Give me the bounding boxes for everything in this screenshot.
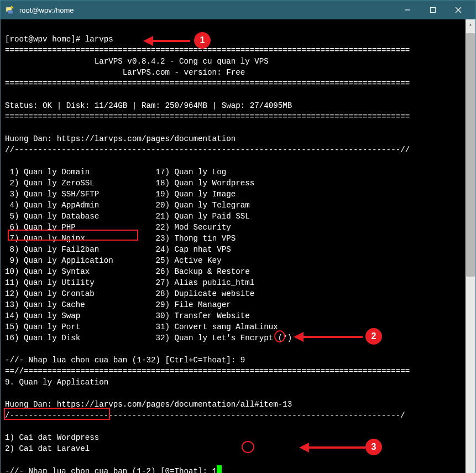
- minimize-button[interactable]: [395, 1, 420, 19]
- annotation-badge-2: 2: [365, 328, 382, 345]
- divider: ==//====================================…: [5, 367, 410, 376]
- menu-item: 4) Quan ly AppAdmin: [5, 201, 99, 210]
- menu-item: 25) Active Key: [155, 256, 221, 265]
- divider: //--------------------------------------…: [5, 145, 410, 154]
- scrollbar[interactable]: ▴ ▾: [465, 19, 475, 473]
- terminal[interactable]: [root@wpv home]# larvps ================…: [1, 19, 465, 473]
- menu-item: 10) Quan ly Syntax: [5, 267, 90, 276]
- window-title: root@wpv:/home: [19, 6, 395, 14]
- svg-rect-4: [431, 8, 436, 13]
- menu-item: 8) Quan ly Fail2ban: [5, 245, 99, 254]
- menu-item: 13) Quan ly Cache: [5, 300, 85, 309]
- divider: ========================================…: [5, 46, 410, 55]
- menu-item: 12) Quan ly Crontab: [5, 289, 95, 298]
- command-text: larvps: [85, 35, 113, 44]
- divider: ========================================…: [5, 79, 410, 88]
- menu-item: 2) Quan ly ZeroSSL: [5, 179, 95, 188]
- input-2: 1: [212, 467, 217, 473]
- header-line1: LarVPS v0.8.4.2 - Cong cu quan ly VPS: [95, 57, 269, 66]
- section-title: 9. Quan ly Application: [5, 378, 108, 387]
- menu-item: 16) Quan ly Disk: [5, 334, 80, 342]
- terminal-cursor: [217, 465, 222, 473]
- maximize-button[interactable]: [420, 1, 446, 19]
- menu-item: 28) Duplicate website: [155, 289, 254, 298]
- guide2-label: Huong Dan:: [5, 400, 57, 409]
- header-line2: LarVPS.com - version: Free: [123, 68, 245, 77]
- guide-label: Huong Dan:: [5, 134, 57, 143]
- menu-item: 32) Quan ly Let's Encrypt (*): [155, 334, 292, 342]
- menu-item: 30) Transfer Website: [155, 311, 249, 320]
- menu-item: 24) Cap nhat VPS: [155, 245, 231, 254]
- menu-item: 19) Quan ly Image: [155, 190, 236, 199]
- menu-item: 22) Mod Security: [155, 223, 231, 232]
- annotation-badge-3: 3: [365, 439, 382, 455]
- menu-item: 11) Quan ly Utility: [5, 278, 95, 287]
- input-1: 9: [240, 356, 245, 365]
- submenu-item: 2) Cai dat Laravel: [5, 444, 90, 453]
- titlebar: root@wpv:/home: [1, 1, 475, 19]
- putty-icon: [5, 5, 15, 15]
- close-button[interactable]: [446, 1, 471, 19]
- menu-item: 26) Backup & Restore: [155, 267, 249, 276]
- svg-rect-1: [8, 11, 13, 14]
- menu-item: 6) Quan ly PHP: [5, 223, 76, 232]
- menu-item: 21) Quan ly Paid SSL: [155, 212, 249, 221]
- menu-item: 9) Quan ly Application: [5, 256, 113, 265]
- prompt-choice-2: -//- Nhap lua chon cua ban (1-2) [0=Thoa…: [5, 467, 207, 473]
- divider: ========================================…: [5, 112, 410, 121]
- menu-item: 20) Quan ly Telegram: [155, 201, 249, 210]
- menu-item: 17) Quan ly Log: [155, 168, 226, 176]
- submenu-item: 1) Cai dat Wordpress: [5, 433, 99, 442]
- menu-item: 23) Thong tin VPS: [155, 234, 236, 243]
- divider: /---------------------------------------…: [5, 411, 405, 420]
- menu-item: 3) Quan ly SSH/SFTP: [5, 190, 99, 199]
- prompt-choice-1: -//- Nhap lua chon cua ban (1-32) [Ctrl+…: [5, 356, 236, 365]
- menu-item: 7) Quan ly Nginx: [5, 234, 85, 243]
- annotation-arrow-3: [299, 443, 337, 473]
- highlight-circle-input2: [242, 441, 254, 453]
- status-line: Status: OK | Disk: 11/24GB | Ram: 250/96…: [5, 101, 292, 110]
- menu-item: 5) Quan ly Database: [5, 212, 99, 221]
- menu-item: 1) Quan ly Domain: [5, 168, 90, 176]
- prompt-text: [root@wpv home]#: [5, 35, 85, 44]
- menu-item: 18) Quan ly Wordpress: [155, 179, 254, 188]
- menu-item: 14) Quan ly Swap: [5, 311, 80, 320]
- menu-item: 27) Alias public_html: [155, 278, 254, 287]
- scroll-up-arrow-icon[interactable]: ▴: [465, 19, 475, 29]
- annotation-badge-1: 1: [194, 32, 211, 49]
- menu-item: 31) Convert sang AlmaLinux: [155, 323, 278, 331]
- guide2-url: https://larvps.com/pages/documentation/a…: [57, 400, 292, 409]
- scroll-thumb[interactable]: [466, 33, 475, 277]
- guide-url: https://larvps.com/pages/documentation: [57, 134, 236, 143]
- menu-item: 29) File Manager: [155, 300, 231, 309]
- menu-item: 15) Quan ly Port: [5, 323, 80, 331]
